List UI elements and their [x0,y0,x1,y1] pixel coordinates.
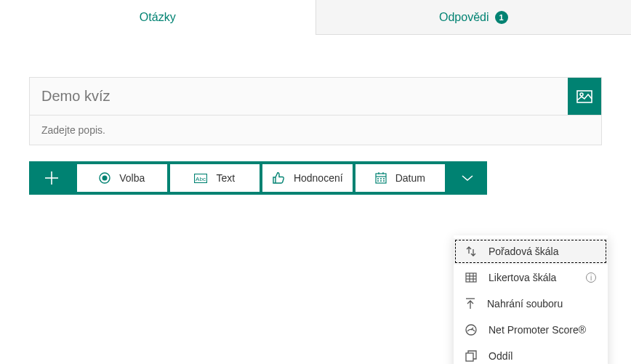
svg-text:Abc: Abc [196,176,206,182]
form-title-input[interactable] [30,78,568,115]
svg-point-1 [580,93,583,96]
info-icon[interactable]: i [586,272,596,283]
type-choice-button[interactable]: Volba [77,164,167,192]
svg-point-5 [103,176,108,181]
content-area: Volba Abc Text Hodnocení [0,35,631,364]
tab-questions[interactable]: Otázky [0,0,316,35]
dropdown-likert[interactable]: Likertova škála i [454,264,608,291]
type-text-label: Text [216,172,235,184]
more-types-button[interactable] [448,161,487,195]
dropdown-ranking-label: Pořadová škála [489,246,559,257]
title-row [29,77,602,115]
section-icon [465,350,477,362]
dropdown-section-label: Oddíl [489,350,513,362]
type-text-button[interactable]: Abc Text [170,164,260,192]
dropdown-upload[interactable]: Nahrání souboru [454,291,608,317]
calendar-icon [375,172,387,184]
svg-rect-26 [466,353,473,361]
dropdown-ranking[interactable]: Pořadová škála [454,238,608,264]
text-icon: Abc [194,174,207,183]
thumbs-up-icon [272,172,285,184]
dropdown-nps[interactable]: Net Promoter Score® [454,317,608,343]
type-rating-button[interactable]: Hodnocení [262,164,353,192]
tab-responses[interactable]: Odpovědi 1 [316,0,632,35]
radio-icon [99,172,110,184]
chevron-down-icon [461,174,474,182]
tabs-bar: Otázky Odpovědi 1 [0,0,631,35]
form-description-input[interactable] [29,115,602,145]
nps-icon [465,324,477,336]
insert-image-button[interactable] [568,78,601,115]
tab-questions-label: Otázky [140,11,176,24]
upload-icon [465,298,475,310]
responses-count-badge: 1 [495,11,508,24]
more-types-dropdown: Pořadová škála Likertova škála i Nahrání… [454,235,608,364]
image-icon [576,90,592,103]
dropdown-nps-label: Net Promoter Score® [489,324,586,336]
dropdown-likert-label: Likertova škála [489,272,556,283]
dropdown-upload-label: Nahrání souboru [487,298,563,310]
type-choice-label: Volba [119,172,145,184]
likert-icon [465,272,477,283]
question-type-toolbar: Volba Abc Text Hodnocení [29,161,487,195]
type-date-label: Datum [395,172,425,184]
dropdown-section[interactable]: Oddíl [454,343,608,364]
add-question-button[interactable] [29,161,74,195]
svg-rect-18 [466,273,476,282]
plus-icon [44,170,60,186]
type-rating-label: Hodnocení [294,172,343,184]
type-date-button[interactable]: Datum [355,164,446,192]
ranking-icon [465,246,477,257]
tab-responses-label: Odpovědi [439,11,489,24]
